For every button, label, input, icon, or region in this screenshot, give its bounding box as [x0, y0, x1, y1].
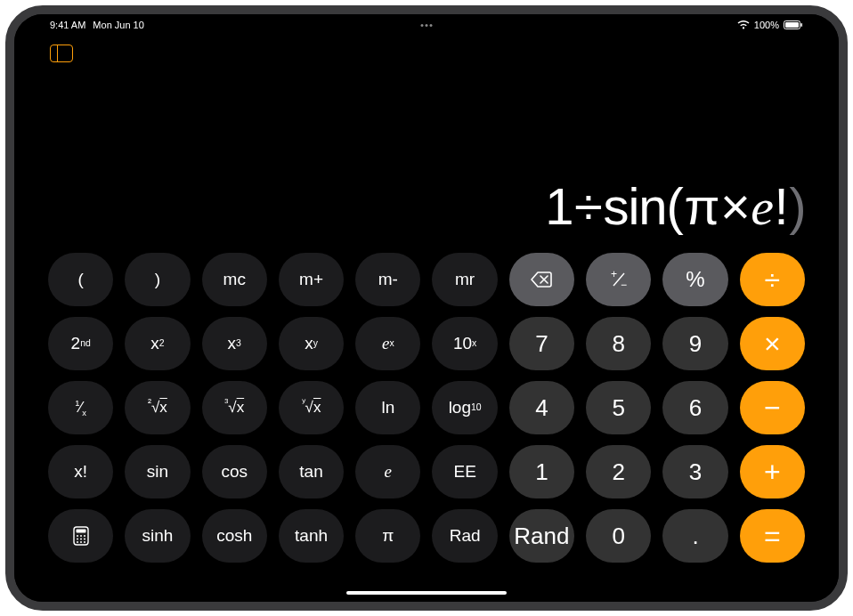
nine-button[interactable]: 9 — [662, 317, 727, 370]
sign-button[interactable]: +− — [586, 253, 651, 306]
svg-point-13 — [84, 539, 85, 540]
ln-button[interactable]: ln — [355, 381, 420, 434]
svg-point-9 — [80, 535, 82, 537]
keypad-row: ()mcm+m-mr+−%÷ — [48, 253, 805, 306]
status-bar: 9:41 AM Mon Jun 10 100% — [14, 14, 839, 36]
factorial-button[interactable]: x! — [48, 445, 113, 498]
percent-button[interactable]: % — [662, 253, 727, 306]
divide-button[interactable]: ÷ — [740, 253, 805, 306]
sin-button[interactable]: sin — [125, 445, 190, 498]
svg-text:+: + — [611, 270, 617, 280]
expression-display[interactable]: 1÷sin(π×e!) — [14, 36, 839, 253]
seven-button[interactable]: 7 — [509, 317, 574, 370]
ee-button[interactable]: EE — [432, 445, 497, 498]
status-date: Mon Jun 10 — [93, 20, 143, 30]
svg-point-12 — [80, 539, 82, 540]
x2-button[interactable]: x2 — [125, 317, 190, 370]
cbrt-button[interactable]: ³√x — [202, 381, 267, 434]
keypad: ()mcm+m-mr+−%÷2ndx2x3xyex10x789×1∕x²√x³√… — [14, 253, 839, 602]
one-button[interactable]: 1 — [509, 445, 574, 498]
cos-button[interactable]: cos — [202, 445, 267, 498]
multiply-button[interactable]: × — [740, 317, 805, 370]
rad-button[interactable]: Rad — [432, 509, 497, 563]
eight-button[interactable]: 8 — [586, 317, 651, 370]
expression-text: 1÷sin(π×e!) — [545, 176, 807, 237]
wifi-icon — [737, 20, 750, 29]
ex-button[interactable]: ex — [355, 317, 420, 370]
rparen-button[interactable]: ) — [125, 253, 190, 306]
equals-button[interactable]: = — [740, 509, 805, 563]
mc-button[interactable]: mc — [202, 253, 267, 306]
ipad-frame: 9:41 AM Mon Jun 10 100% 1÷sin(π×e!) — [5, 5, 848, 611]
mplus-button[interactable]: m+ — [279, 253, 344, 306]
svg-point-8 — [77, 535, 78, 537]
lparen-button[interactable]: ( — [48, 253, 113, 306]
battery-icon — [784, 20, 803, 29]
svg-point-15 — [80, 541, 82, 543]
four-button[interactable]: 4 — [509, 381, 574, 434]
tenx-button[interactable]: 10x — [432, 317, 497, 370]
keypad-row: sinhcoshtanhπRadRand0.= — [48, 509, 805, 563]
two-button[interactable]: 2 — [586, 445, 651, 498]
mode-button[interactable] — [48, 509, 113, 563]
status-time: 9:41 AM — [50, 20, 85, 30]
reciprocal-button[interactable]: 1∕x — [48, 381, 113, 434]
x3-button[interactable]: x3 — [202, 317, 267, 370]
yroot-button[interactable]: ʸ√x — [279, 381, 344, 434]
backspace-button[interactable] — [509, 253, 574, 306]
minus-button[interactable]: − — [740, 381, 805, 434]
svg-point-11 — [77, 539, 78, 540]
three-button[interactable]: 3 — [662, 445, 727, 498]
sqrt-button[interactable]: ²√x — [125, 381, 190, 434]
tanh-button[interactable]: tanh — [279, 509, 344, 563]
mminus-button[interactable]: m- — [355, 253, 420, 306]
mr-button[interactable]: mr — [432, 253, 497, 306]
svg-point-14 — [77, 541, 78, 543]
six-button[interactable]: 6 — [662, 381, 727, 434]
battery-percent: 100% — [754, 20, 779, 30]
zero-button[interactable]: 0 — [586, 509, 651, 563]
five-button[interactable]: 5 — [586, 381, 651, 434]
plus-button[interactable]: + — [740, 445, 805, 498]
cosh-button[interactable]: cosh — [202, 509, 267, 563]
pi-button[interactable]: π — [355, 509, 420, 563]
keypad-row: 1∕x²√x³√xʸ√xlnlog10456− — [48, 381, 805, 434]
svg-rect-1 — [785, 22, 799, 28]
keypad-row: 2ndx2x3xyex10x789× — [48, 317, 805, 370]
screen: 9:41 AM Mon Jun 10 100% 1÷sin(π×e!) — [14, 14, 839, 602]
multitasking-dots[interactable] — [421, 24, 433, 27]
decimal-button[interactable]: . — [662, 509, 727, 563]
e-button[interactable]: e — [355, 445, 420, 498]
rand-button[interactable]: Rand — [509, 509, 574, 563]
svg-point-10 — [84, 535, 85, 537]
second-button[interactable]: 2nd — [48, 317, 113, 370]
svg-rect-7 — [76, 530, 85, 533]
sidebar-toggle-button[interactable] — [50, 45, 73, 62]
svg-point-16 — [84, 541, 85, 543]
xy-button[interactable]: xy — [279, 317, 344, 370]
svg-rect-2 — [801, 23, 803, 27]
tan-button[interactable]: tan — [279, 445, 344, 498]
log10-button[interactable]: log10 — [432, 381, 497, 434]
keypad-row: x!sincostaneEE123+ — [48, 445, 805, 498]
sinh-button[interactable]: sinh — [125, 509, 190, 563]
home-indicator[interactable] — [346, 591, 507, 595]
svg-text:−: − — [621, 279, 627, 289]
